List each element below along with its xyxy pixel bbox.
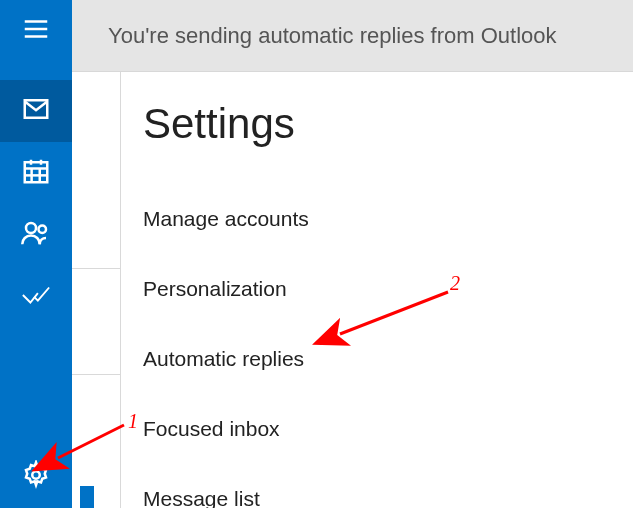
people-icon <box>21 218 51 252</box>
nav-todo[interactable] <box>0 266 72 328</box>
calendar-icon <box>21 156 51 190</box>
nav-rail <box>0 0 72 508</box>
mid-column <box>72 72 120 508</box>
settings-item-automatic-replies[interactable]: Automatic replies <box>143 324 633 394</box>
settings-item-message-list[interactable]: Message list <box>143 464 633 508</box>
svg-point-13 <box>32 471 40 479</box>
mail-icon <box>21 94 51 128</box>
settings-item-manage-accounts[interactable]: Manage accounts <box>143 184 633 254</box>
hamburger-icon <box>21 14 51 48</box>
nav-people[interactable] <box>0 204 72 266</box>
settings-panel: Settings Manage accounts Personalization… <box>120 72 633 508</box>
settings-icon <box>21 460 51 494</box>
nav-calendar[interactable] <box>0 142 72 204</box>
svg-point-11 <box>26 223 36 233</box>
settings-item-focused-inbox[interactable]: Focused inbox <box>143 394 633 464</box>
notification-bar: You're sending automatic replies from Ou… <box>72 0 633 72</box>
todo-icon <box>21 280 51 314</box>
settings-title: Settings <box>143 100 633 148</box>
svg-point-12 <box>39 226 47 234</box>
settings-item-personalization[interactable]: Personalization <box>143 254 633 324</box>
svg-rect-4 <box>25 162 48 182</box>
hamburger-button[interactable] <box>0 0 72 62</box>
nav-settings[interactable] <box>0 446 72 508</box>
nav-mail[interactable] <box>0 80 72 142</box>
notification-text: You're sending automatic replies from Ou… <box>108 23 557 49</box>
